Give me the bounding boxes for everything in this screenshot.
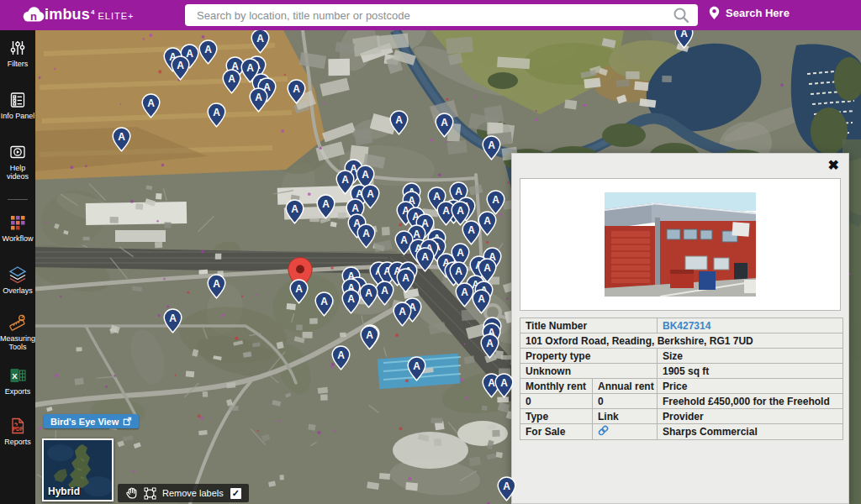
table-row: 0 0 Freehold £450,000 for the Freehold xyxy=(520,394,843,409)
checkmark: ✓ xyxy=(232,489,240,498)
svg-text:A: A xyxy=(402,272,409,284)
map-pin[interactable]: A xyxy=(435,113,454,138)
svg-text:A: A xyxy=(347,293,355,305)
map-pin[interactable]: A xyxy=(287,79,306,104)
map-pin[interactable]: A xyxy=(249,87,268,113)
pan-hand-icon[interactable] xyxy=(124,486,138,501)
svg-text:A: A xyxy=(441,117,448,129)
map-pin[interactable]: A xyxy=(314,291,334,317)
search-icon[interactable] xyxy=(673,7,689,24)
location-pin-icon xyxy=(709,6,720,20)
map-pin[interactable]: A xyxy=(480,333,499,359)
svg-text:A: A xyxy=(486,338,494,349)
table-row: For Sale Sharps Commercial xyxy=(520,424,843,440)
svg-text:A: A xyxy=(246,62,254,74)
map-pin[interactable]: A xyxy=(360,325,379,350)
external-link-icon xyxy=(123,417,132,426)
map-pin[interactable]: A xyxy=(141,93,161,118)
map-pin[interactable]: A xyxy=(393,302,412,327)
svg-text:A: A xyxy=(204,44,212,55)
svg-text:A: A xyxy=(467,224,475,236)
close-icon[interactable]: ✖ xyxy=(828,158,839,173)
listing-link-cell[interactable] xyxy=(593,424,658,440)
link-label: Link xyxy=(593,409,658,424)
map-pin[interactable]: A xyxy=(316,194,335,219)
svg-text:A: A xyxy=(483,215,491,227)
map-pin[interactable]: A xyxy=(389,110,409,135)
map-pin[interactable]: A xyxy=(396,268,415,293)
property-type-value: Unknown xyxy=(520,364,658,379)
map-pin[interactable]: A xyxy=(112,127,131,152)
search-here-label: Search Here xyxy=(726,7,790,19)
svg-text:A: A xyxy=(255,92,262,103)
svg-text:A: A xyxy=(442,205,450,217)
brand-text: imbus xyxy=(45,6,90,23)
svg-text:A: A xyxy=(503,480,510,492)
filters-icon xyxy=(8,39,27,57)
map-pin[interactable]: A xyxy=(207,102,226,128)
sidebar-item-workflow[interactable]: Workflow xyxy=(0,213,35,243)
birds-eye-view-label: Bird's Eye View xyxy=(50,417,119,427)
minimap-mode-label: Hybrid xyxy=(48,486,80,497)
size-value: 1905 sq ft xyxy=(658,364,843,379)
sidebar: Filters Info Panel Help videos Wo xyxy=(0,30,35,504)
map-pin[interactable]: A xyxy=(494,373,514,398)
title-number-link[interactable]: BK427314 xyxy=(658,318,843,333)
map-pin[interactable]: A xyxy=(289,279,309,304)
sidebar-item-help-videos[interactable]: Help videos xyxy=(0,143,35,181)
svg-text:A: A xyxy=(341,174,349,186)
svg-text:n: n xyxy=(30,10,37,23)
svg-text:A: A xyxy=(118,131,125,143)
map-pin[interactable]: A xyxy=(462,220,481,245)
svg-text:A: A xyxy=(366,329,373,341)
map-pin[interactable]: A xyxy=(222,69,241,94)
map-pin[interactable]: A xyxy=(171,55,190,81)
sidebar-item-info-panel[interactable]: Info Panel xyxy=(0,91,35,120)
vertex-select-icon[interactable] xyxy=(144,487,156,500)
map-pin[interactable]: A xyxy=(251,29,270,54)
search-here-button[interactable]: Search Here xyxy=(709,6,790,20)
type-label: Type xyxy=(520,409,593,424)
svg-text:A: A xyxy=(291,203,298,215)
sidebar-item-label: Filters xyxy=(8,60,29,68)
map-pin[interactable]: A xyxy=(207,274,226,299)
price-label: Price xyxy=(658,379,843,394)
map-pin[interactable]: A xyxy=(163,308,182,333)
svg-text:A: A xyxy=(256,33,264,45)
svg-text:A: A xyxy=(293,83,300,95)
measuring-tools-icon xyxy=(8,313,27,332)
svg-text:A: A xyxy=(399,306,406,318)
map-pin[interactable]: A xyxy=(415,247,435,272)
minimap[interactable]: Hybrid xyxy=(42,438,114,501)
map-pin[interactable]: A xyxy=(407,356,426,381)
sidebar-item-exports[interactable]: X Exports xyxy=(0,366,35,396)
svg-text:A: A xyxy=(213,107,220,118)
table-row: Unknown 1905 sq ft xyxy=(520,364,843,379)
map-pin[interactable]: A xyxy=(472,289,491,314)
sidebar-item-reports[interactable]: PDF Reports xyxy=(0,417,35,446)
property-photo xyxy=(520,178,841,311)
sidebar-item-filters[interactable]: Filters xyxy=(0,39,35,68)
property-panel: ✖ xyxy=(511,153,849,504)
map-pin[interactable]: A xyxy=(341,289,361,314)
map-pin[interactable]: A xyxy=(497,476,516,501)
birds-eye-view-button[interactable]: Bird's Eye View xyxy=(44,414,139,428)
sidebar-item-label: Overlays xyxy=(3,286,33,295)
search-input[interactable] xyxy=(185,4,698,26)
sidebar-item-measuring-tools[interactable]: MeasuringTools xyxy=(0,313,35,351)
remove-labels-checkbox[interactable]: ✓ xyxy=(230,487,242,500)
top-bar: n imbus 4 ELITE+ Search Here xyxy=(0,0,861,30)
map-pin[interactable]: A xyxy=(331,345,351,370)
map-pin[interactable]: A xyxy=(482,135,501,160)
map-pin[interactable]: A xyxy=(359,283,378,308)
svg-text:A: A xyxy=(461,286,468,298)
sidebar-item-label: Exports xyxy=(5,387,31,396)
property-type-label: Property type xyxy=(520,349,658,364)
map-pin[interactable]: A xyxy=(285,199,304,224)
svg-text:A: A xyxy=(457,205,464,217)
sidebar-item-label: Help videos xyxy=(0,164,35,181)
sidebar-item-overlays[interactable]: Overlays xyxy=(0,265,35,295)
map-pin[interactable]: A xyxy=(357,223,376,249)
nimbus-app: AAAAAAAAAAAAAAAAAAAAAAAAAAAAAAAAAAAAAAAA… xyxy=(0,0,861,504)
map-pin[interactable]: A xyxy=(198,39,218,65)
